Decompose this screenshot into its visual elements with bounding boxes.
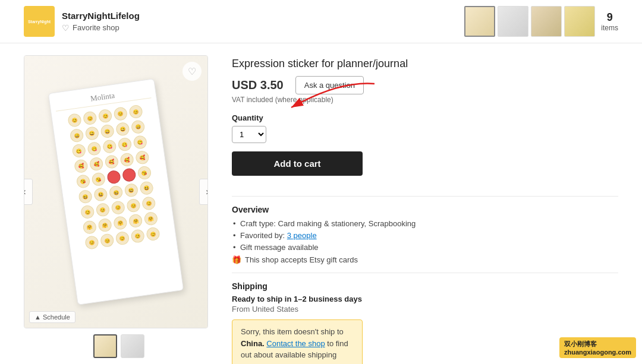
add-to-cart-button[interactable]: Add to cart	[232, 151, 363, 176]
schedule-badge: ▲ Schedule	[29, 311, 75, 323]
wishlist-button[interactable]: ♡	[182, 62, 202, 81]
overview-item-1: Craft type: Card making & stationery, Sc…	[232, 219, 618, 228]
shop-bar: StarryNight StarryNightLifelog ♡ Favorit…	[0, 0, 642, 43]
price-row: USD 3.50 Ask a question	[232, 76, 618, 94]
overview-list: Craft type: Card making & stationery, Sc…	[232, 219, 618, 252]
product-image-area: Molinta 😊 😊 😊 😊 😊 😄 😄 😄 😄	[24, 55, 214, 364]
product-image: Molinta 😊 😊 😊 😊 😊 😄 😄 😄 😄	[24, 56, 207, 328]
divider-1	[232, 196, 618, 197]
product-title: Expression sticker for planner/journal	[232, 58, 618, 70]
product-thumbnail-row	[24, 334, 214, 358]
product-price: USD 3.50	[232, 78, 284, 92]
ships-from: From United States	[232, 305, 618, 314]
favorite-label: Favorite shop	[73, 23, 119, 32]
shop-info: StarryNightLifelog ♡ Favorite shop	[62, 11, 140, 33]
gift-cards-row: 🎁 This shop accepts Etsy gift cards	[232, 255, 618, 264]
overview-item-2: Favorited by: 3 people	[232, 231, 618, 240]
gift-cards-text: This shop accepts Etsy gift cards	[245, 255, 358, 264]
divider-2	[232, 273, 618, 273]
favorited-link[interactable]: 3 people	[287, 231, 317, 240]
items-count: 9 items	[601, 11, 618, 32]
thumbnail-2[interactable]	[498, 6, 528, 37]
vat-text: VAT included (where applicable)	[232, 96, 618, 104]
quantity-select[interactable]: 1 2 3 4 5	[232, 126, 266, 143]
overview-item-3: Gift message available	[232, 243, 618, 252]
thumbnail-strip: 9 items	[464, 6, 618, 37]
prev-image-button[interactable]: ‹	[24, 179, 33, 205]
quantity-section: Quantity 1 2 3 4 5	[232, 113, 618, 151]
shipping-warning: Sorry, this item doesn't ship to China. …	[232, 319, 363, 364]
product-thumb-2[interactable]	[121, 334, 144, 358]
ships-ready: Ready to ship in 1–2 business days	[232, 295, 618, 303]
shipping-title: Shipping	[232, 281, 618, 291]
sticker-sheet: Molinta 😊 😊 😊 😊 😊 😄 😄 😄 😄	[48, 78, 184, 305]
product-thumb-1[interactable]	[93, 334, 117, 358]
product-info-panel: Expression sticker for planner/journal U…	[232, 55, 618, 364]
favorite-shop-button[interactable]: ♡ Favorite shop	[62, 23, 140, 33]
watermark: 双小刚博客zhuangxiaogong.com	[559, 337, 636, 358]
heart-icon: ♡	[62, 23, 70, 33]
thumbnail-3[interactable]	[531, 6, 562, 37]
shipping-country: China.	[241, 339, 265, 348]
thumbnail-4[interactable]	[564, 6, 595, 37]
main-content: Molinta 😊 😊 😊 😊 😊 😄 😄 😄 😄	[0, 43, 642, 364]
next-image-button[interactable]: ›	[199, 179, 208, 205]
quantity-label: Quantity	[232, 113, 618, 122]
gift-icon: 🎁	[232, 255, 241, 264]
product-image-container: Molinta 😊 😊 😊 😊 😊 😄 😄 😄 😄	[24, 55, 208, 328]
ask-question-button[interactable]: Ask a question	[295, 76, 364, 94]
shop-name: StarryNightLifelog	[62, 11, 140, 21]
thumbnail-1[interactable]	[464, 6, 495, 37]
contact-shop-link[interactable]: Contact the shop	[266, 339, 325, 348]
shop-avatar: StarryNight	[24, 6, 55, 37]
overview-title: Overview	[232, 205, 618, 214]
